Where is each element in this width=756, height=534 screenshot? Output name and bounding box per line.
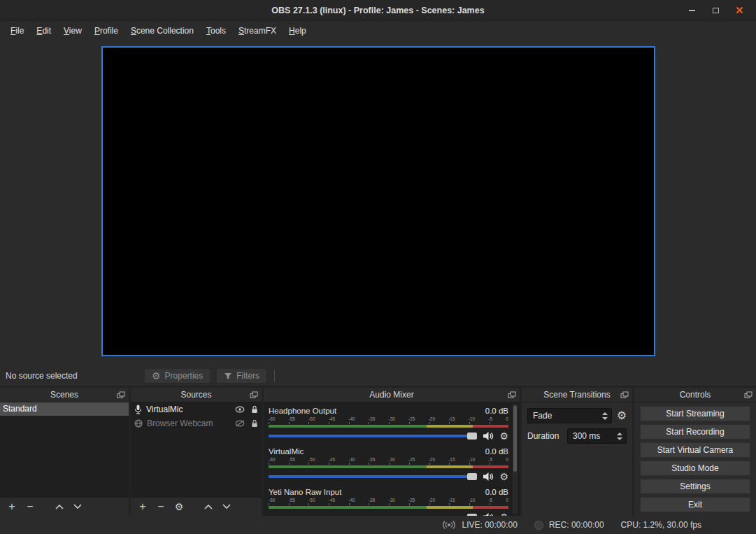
minimize-button[interactable] — [685, 3, 699, 17]
popout-icon[interactable] — [508, 391, 516, 399]
channel-name: Yeti Nano Raw Input — [269, 488, 341, 496]
controls-dock: Controls Start Streaming Start Recording… — [634, 388, 756, 516]
scale-tick: -40 — [348, 416, 355, 421]
channel-name: Headphone Output — [269, 407, 336, 415]
speaker-icon[interactable] — [483, 512, 494, 516]
menu-item-scene-collection[interactable]: Scene Collection — [124, 23, 200, 38]
sources-dock: Sources VirtualMic — [131, 388, 262, 516]
menu-item-file[interactable]: File — [4, 23, 30, 38]
volume-meter — [269, 465, 508, 468]
minimize-icon — [689, 10, 695, 11]
transition-properties-gear-button[interactable]: ⚙ — [617, 410, 627, 421]
scenes-dock-title: Scenes — [50, 390, 78, 400]
source-properties-gear-button[interactable]: ⚙ — [173, 501, 185, 513]
remove-scene-button[interactable]: − — [24, 501, 36, 513]
channel-level: 0.0 dB — [485, 407, 508, 415]
scenes-dock-header: Scenes — [0, 388, 129, 402]
popout-icon[interactable] — [250, 391, 258, 399]
source-toolbar: No source selected ⚙ Properties Filters — [0, 366, 756, 386]
channel-gear-button[interactable]: ⚙ — [499, 512, 508, 516]
start-streaming-button[interactable]: Start Streaming — [640, 406, 750, 421]
spin-up-icon[interactable] — [617, 433, 622, 435]
scale-tick: -50 — [308, 498, 315, 503]
volume-slider[interactable] — [269, 435, 477, 437]
start-virtual-camera-button[interactable]: Start Virtual Camera — [640, 442, 750, 458]
add-scene-button[interactable]: + — [6, 501, 17, 513]
studio-mode-button[interactable]: Studio Mode — [640, 461, 750, 476]
menu-item-edit[interactable]: Edit — [30, 23, 57, 38]
slider-handle[interactable] — [467, 473, 477, 480]
globe-icon — [134, 419, 143, 428]
menu-item-tools[interactable]: Tools — [200, 23, 232, 38]
transition-combobox[interactable]: Fade — [527, 408, 612, 423]
lock-icon[interactable] — [251, 419, 258, 428]
source-list-item[interactable]: VirtualMic — [131, 402, 262, 416]
channel-gear-button[interactable]: ⚙ — [499, 472, 508, 482]
mixer-scrollbar-thumb[interactable] — [513, 405, 517, 472]
filters-button[interactable]: Filters — [216, 368, 267, 384]
start-recording-button[interactable]: Start Recording — [640, 424, 750, 440]
popout-icon[interactable] — [744, 391, 753, 399]
program-canvas[interactable] — [101, 46, 655, 356]
sources-dock-title: Sources — [180, 390, 211, 400]
slider-handle[interactable] — [467, 433, 477, 440]
channel-gear-button[interactable]: ⚙ — [499, 431, 508, 441]
move-scene-up-button[interactable] — [54, 501, 65, 513]
sources-list: VirtualMic — [131, 402, 262, 497]
transition-duration-row: Duration 300 ms — [527, 428, 627, 444]
meter-scale: -60-55-50-45-40-35-30-25-20-15-10-50 — [269, 498, 508, 503]
scale-tick: -15 — [448, 416, 455, 421]
remove-source-button[interactable]: − — [155, 501, 166, 513]
spin-down-icon[interactable] — [617, 437, 622, 440]
move-source-down-button[interactable] — [221, 501, 232, 513]
scale-tick: -25 — [408, 457, 415, 462]
duration-value: 300 ms — [573, 431, 600, 441]
titlebar: OBS 27.1.3 (linux) - Profile: James - Sc… — [0, 0, 756, 21]
popout-icon[interactable] — [620, 391, 629, 399]
eye-slash-icon[interactable] — [235, 420, 245, 427]
maximize-button[interactable] — [708, 3, 722, 17]
lock-icon[interactable] — [251, 405, 258, 414]
close-icon — [736, 6, 743, 14]
source-list-item[interactable]: Browser Webcam — [131, 416, 262, 430]
scale-tick: -40 — [348, 457, 355, 462]
add-source-button[interactable]: + — [137, 501, 148, 513]
menu-item-profile[interactable]: Profile — [88, 23, 124, 38]
move-scene-down-button[interactable] — [72, 501, 83, 513]
eye-icon[interactable] — [235, 406, 245, 413]
filters-button-label: Filters — [236, 371, 259, 381]
scale-tick: -5 — [488, 416, 492, 421]
scene-list-item[interactable]: Standard — [0, 402, 129, 416]
volume-meter — [269, 506, 508, 509]
duration-spinbox[interactable]: 300 ms — [567, 428, 627, 444]
scale-tick: 0 — [506, 457, 508, 462]
menu-item-help[interactable]: Help — [283, 23, 313, 38]
properties-button[interactable]: ⚙ Properties — [144, 368, 211, 384]
chevron-down-icon — [73, 503, 83, 510]
menubar: File Edit View Profile Scene Collection … — [0, 21, 756, 41]
scale-tick: -35 — [369, 457, 375, 462]
popout-icon[interactable] — [117, 391, 125, 399]
spin-up-icon[interactable] — [602, 412, 608, 415]
menu-item-streamfx[interactable]: StreamFX — [232, 23, 283, 38]
volume-slider[interactable] — [269, 475, 477, 478]
exit-button[interactable]: Exit — [640, 497, 750, 512]
move-source-up-button[interactable] — [203, 501, 214, 513]
channel-header: Headphone Output 0.0 dB — [269, 407, 508, 415]
speaker-icon[interactable] — [483, 431, 494, 441]
mixer-channel-yeti-nano: Yeti Nano Raw Input 0.0 dB -60-55-50-45-… — [269, 488, 508, 516]
scale-tick: -10 — [469, 498, 475, 503]
slider-handle[interactable] — [467, 514, 477, 516]
scale-tick: -45 — [329, 416, 335, 421]
mixer-scrollbar[interactable] — [513, 405, 518, 514]
scale-tick: -20 — [429, 416, 435, 421]
scale-tick: -5 — [488, 498, 492, 503]
cpu-fps-label: CPU: 1.2%, 30.00 fps — [621, 520, 701, 530]
close-button[interactable] — [732, 3, 746, 17]
settings-button[interactable]: Settings — [640, 479, 750, 494]
menu-item-view[interactable]: View — [57, 23, 88, 38]
spin-down-icon[interactable] — [602, 417, 608, 420]
scale-tick: -30 — [388, 457, 394, 462]
speaker-icon[interactable] — [483, 472, 494, 482]
scale-tick: 0 — [506, 498, 508, 503]
